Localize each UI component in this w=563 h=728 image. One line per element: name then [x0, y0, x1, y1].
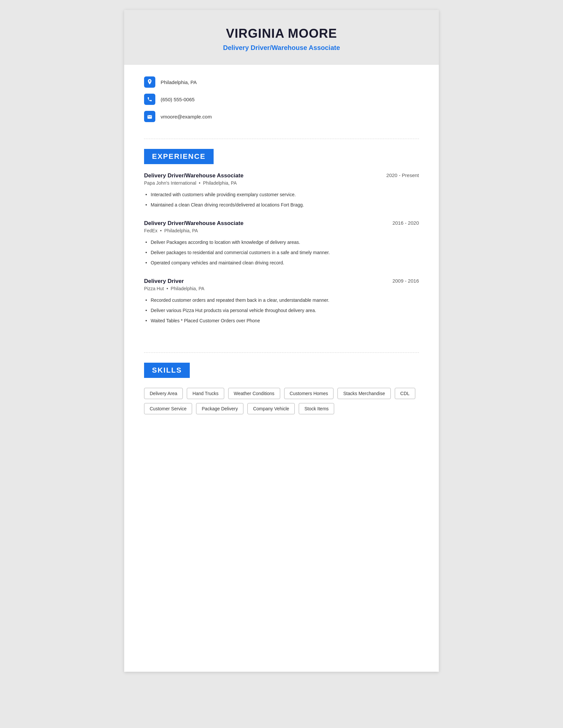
bullet-2-2: Deliver packages to residential and comm… [144, 248, 419, 258]
job-title-1: Delivery Driver/Warehouse Associate [144, 172, 243, 179]
job-title-2: Delivery Driver/Warehouse Associate [144, 220, 243, 227]
skill-stock-items: Stock Items [299, 403, 334, 414]
skill-customer-service: Customer Service [144, 403, 192, 414]
phone-icon [144, 94, 155, 105]
skill-weather-conditions: Weather Conditions [228, 388, 280, 399]
skill-cdl: CDL [395, 388, 415, 399]
email-icon [144, 111, 155, 122]
resume-container: VIRGINIA MOORE Delivery Driver/Warehouse… [124, 10, 439, 672]
job-bullets-3: Recorded customer orders and repeated th… [144, 295, 419, 326]
job-header-1: Delivery Driver/Warehouse Associate 2020… [144, 172, 419, 179]
skill-customers-homes: Customers Homes [284, 388, 334, 399]
skill-company-vehicle: Company Vehicle [247, 403, 295, 414]
bullet-2-1: Deliver Packages according to location w… [144, 237, 419, 248]
email-text: vmoore@example.com [161, 114, 211, 119]
candidate-name: VIRGINIA MOORE [144, 26, 419, 41]
section-divider [144, 139, 419, 139]
job-company-2: FedEx • Philadelphia, PA [144, 228, 419, 233]
experience-header: EXPERIENCE [144, 149, 213, 164]
bullet-3-1: Recorded customer orders and repeated th… [144, 295, 419, 305]
job-bullets-2: Deliver Packages according to location w… [144, 237, 419, 268]
phone-text: (650) 555-0065 [161, 97, 195, 102]
skill-package-delivery: Package Delivery [196, 403, 243, 414]
job-bullets-1: Interacted with customers while providin… [144, 190, 419, 210]
job-header-2: Delivery Driver/Warehouse Associate 2016… [144, 220, 419, 227]
contact-section: Philadelphia, PA (650) 555-0065 vmoore@e… [124, 65, 439, 132]
skills-tags-container: Delivery Area Hand Trucks Weather Condit… [144, 388, 419, 414]
bullet-2-3: Operated company vehicles and maintained… [144, 258, 419, 268]
job-dates-3: 2009 - 2016 [393, 278, 419, 284]
contact-phone: (650) 555-0065 [144, 94, 419, 105]
skills-section: SKILLS Delivery Area Hand Trucks Weather… [124, 359, 439, 431]
resume-header: VIRGINIA MOORE Delivery Driver/Warehouse… [124, 10, 439, 65]
job-entry-2: Delivery Driver/Warehouse Associate 2016… [144, 220, 419, 268]
bullet-3-2: Deliver various Pizza Hut products via p… [144, 305, 419, 316]
skill-hand-trucks: Hand Trucks [187, 388, 224, 399]
candidate-title: Delivery Driver/Warehouse Associate [144, 44, 419, 52]
job-company-3: Pizza Hut • Philadelphia, PA [144, 286, 419, 291]
job-dates-2: 2016 - 2020 [393, 220, 419, 226]
job-entry-3: Delivery Driver 2009 - 2016 Pizza Hut • … [144, 278, 419, 326]
bullet-3-3: Waited Tables * Placed Customer Orders o… [144, 316, 419, 326]
bullet-1-2: Maintained a clean Clean driving records… [144, 200, 419, 210]
contact-location: Philadelphia, PA [144, 76, 419, 88]
location-text: Philadelphia, PA [161, 79, 197, 85]
skills-divider [144, 352, 419, 353]
skills-header: SKILLS [144, 363, 190, 378]
bullet-1-1: Interacted with customers while providin… [144, 190, 419, 200]
job-entry-1: Delivery Driver/Warehouse Associate 2020… [144, 172, 419, 210]
contact-email: vmoore@example.com [144, 111, 419, 122]
skill-stacks-merchandise: Stacks Merchandise [338, 388, 391, 399]
experience-section: EXPERIENCE Delivery Driver/Warehouse Ass… [124, 146, 439, 346]
job-title-3: Delivery Driver [144, 278, 184, 285]
job-header-3: Delivery Driver 2009 - 2016 [144, 278, 419, 285]
skill-delivery-area: Delivery Area [144, 388, 183, 399]
job-company-1: Papa John's International • Philadelphia… [144, 180, 419, 186]
location-icon [144, 76, 155, 88]
job-dates-1: 2020 - Present [387, 172, 419, 178]
